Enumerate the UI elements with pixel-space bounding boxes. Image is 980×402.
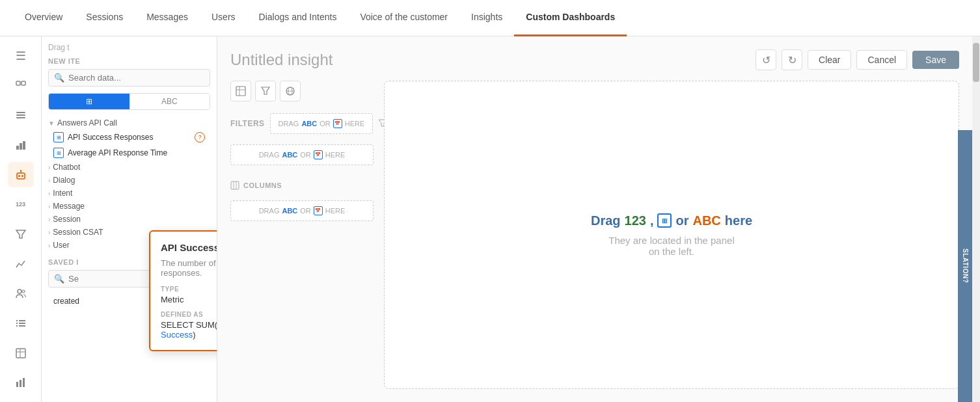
category-message[interactable]: › Message bbox=[48, 200, 210, 213]
tab-row: ⊞ ABC bbox=[48, 93, 210, 110]
cancel-button[interactable]: Cancel bbox=[856, 50, 907, 70]
columns-label: COLUMNS bbox=[243, 181, 282, 189]
rows-drag-zone[interactable]: DRAG ABC OR 📅 HERE bbox=[230, 144, 374, 165]
svg-point-10 bbox=[21, 175, 23, 177]
svg-rect-22 bbox=[16, 349, 25, 358]
scrollbar-thumb[interactable] bbox=[973, 43, 979, 82]
menu-icon[interactable]: ☰ bbox=[8, 43, 34, 69]
chart-bar-icon[interactable] bbox=[8, 132, 34, 158]
category-chatbot[interactable]: › Chatbot bbox=[48, 161, 210, 174]
users-icon[interactable] bbox=[8, 280, 34, 306]
drop-or-text: or bbox=[675, 213, 688, 228]
drop-comma: , bbox=[650, 213, 654, 228]
average-api-response-item[interactable]: ⊞ Average API Response Time bbox=[48, 145, 210, 161]
svg-rect-8 bbox=[17, 173, 25, 179]
chart-type-table-icon[interactable] bbox=[230, 81, 251, 101]
svg-point-14 bbox=[18, 289, 21, 293]
svg-rect-18 bbox=[16, 323, 18, 324]
category-intent[interactable]: › Intent bbox=[48, 187, 210, 200]
svg-rect-21 bbox=[19, 325, 25, 327]
tooltip-type-value: Metric bbox=[161, 295, 217, 304]
drag-label: Drag t bbox=[48, 43, 210, 52]
here-text-cols: HERE bbox=[325, 207, 346, 215]
main-drop-area[interactable]: Drag 123 , ⊞ or ABC here They are locate… bbox=[384, 81, 959, 389]
columns-drag-zone[interactable]: DRAG ABC OR 📅 HERE bbox=[230, 200, 374, 221]
svg-rect-1 bbox=[21, 81, 25, 85]
clear-button[interactable]: Clear bbox=[808, 50, 851, 70]
tab-messages[interactable]: Messages bbox=[135, 0, 200, 36]
metric-icon-api-success: ⊞ bbox=[53, 132, 64, 142]
drop-main-text: Drag 123 , ⊞ or ABC here bbox=[591, 213, 752, 228]
chevron-down-icon: ▼ bbox=[48, 120, 55, 127]
chevron-right-icon-session: › bbox=[48, 216, 50, 223]
help-icon-api-success[interactable]: ? bbox=[195, 132, 205, 142]
chart-type-funnel-icon[interactable] bbox=[255, 81, 276, 101]
svg-point-15 bbox=[22, 290, 25, 293]
tab-custom-dashboards[interactable]: Custom Dashboards bbox=[514, 0, 627, 36]
metric-icon-avg-api: ⊞ bbox=[53, 148, 64, 158]
or-text-rows: OR bbox=[300, 151, 311, 159]
here-text-rows: HERE bbox=[325, 151, 346, 159]
chart-type-geo-icon[interactable] bbox=[280, 81, 301, 101]
svg-point-9 bbox=[18, 175, 20, 177]
svg-rect-20 bbox=[16, 325, 18, 327]
tab-users[interactable]: Users bbox=[200, 0, 247, 36]
tab-sessions[interactable]: Sessions bbox=[74, 0, 135, 36]
insight-title[interactable]: Untitled insight bbox=[230, 51, 750, 69]
translation-sidebar[interactable]: SLATION? bbox=[958, 130, 972, 402]
number-123-icon[interactable]: 123 bbox=[8, 191, 34, 217]
svg-rect-0 bbox=[16, 81, 20, 85]
calendar-icon-filters: 📅 bbox=[333, 119, 342, 128]
abc-label-cols: ABC bbox=[282, 207, 297, 215]
drop-metric-icon: ⊞ bbox=[657, 213, 672, 228]
list-icon[interactable] bbox=[8, 310, 34, 336]
analytics-icon[interactable] bbox=[8, 251, 34, 277]
tooltip-title: API Success Responses bbox=[161, 242, 217, 253]
search-input[interactable] bbox=[68, 73, 204, 83]
table-icon[interactable] bbox=[8, 340, 34, 366]
chart-type-row bbox=[230, 81, 374, 101]
tab-overview[interactable]: Overview bbox=[13, 0, 74, 36]
chevron-right-icon-dialog: › bbox=[48, 177, 50, 184]
funnel-icon[interactable] bbox=[8, 221, 34, 247]
svg-rect-25 bbox=[16, 382, 18, 387]
saved-search-icon: 🔍 bbox=[54, 274, 64, 284]
list-panel-icon[interactable] bbox=[8, 102, 34, 128]
svg-rect-16 bbox=[16, 320, 18, 321]
category-dialog[interactable]: › Dialog bbox=[48, 174, 210, 187]
svg-rect-28 bbox=[236, 87, 245, 96]
calendar-icon-cols: 📅 bbox=[314, 206, 323, 215]
api-success-responses-item[interactable]: ⊞ API Success Responses ? bbox=[48, 129, 210, 145]
new-items-label: NEW ITE bbox=[48, 57, 210, 65]
category-answers-api[interactable]: ▼ Answers API Call bbox=[48, 116, 210, 129]
bot-icon[interactable] bbox=[8, 162, 34, 188]
chevron-right-icon-chatbot: › bbox=[48, 164, 50, 171]
category-session[interactable]: › Session bbox=[48, 213, 210, 226]
save-button[interactable]: Save bbox=[912, 51, 959, 69]
left-config-column: FILTERS DRAG ABC OR 📅 HERE DRAG bbox=[230, 81, 374, 389]
or-text-filters: OR bbox=[320, 120, 331, 127]
drop-123-label: 123 bbox=[625, 213, 646, 228]
plugin-icon[interactable] bbox=[8, 73, 34, 99]
tab-numeric[interactable]: ⊞ bbox=[49, 94, 129, 109]
columns-section-label: COLUMNS bbox=[230, 181, 374, 190]
config-area: FILTERS DRAG ABC OR 📅 HERE DRAG bbox=[230, 81, 959, 389]
tab-voice-customer[interactable]: Voice of the customer bbox=[348, 0, 459, 36]
undo-button[interactable]: ↺ bbox=[755, 49, 776, 70]
tooltip-defined-as-label: DEFINED AS bbox=[161, 311, 217, 318]
redo-button[interactable]: ↻ bbox=[782, 49, 802, 70]
svg-marker-13 bbox=[16, 230, 25, 238]
chevron-right-icon-user: › bbox=[48, 242, 50, 249]
tab-dialogs-intents[interactable]: Dialogs and Intents bbox=[247, 0, 349, 36]
drop-here-text: here bbox=[725, 213, 752, 228]
top-navigation: Overview Sessions Messages Users Dialogs… bbox=[0, 0, 980, 36]
search-icon: 🔍 bbox=[54, 73, 64, 83]
drop-drag-text: Drag bbox=[591, 213, 621, 228]
tab-abc[interactable]: ABC bbox=[129, 94, 210, 109]
scrollbar-area bbox=[972, 36, 980, 402]
chevron-right-icon-csat: › bbox=[48, 229, 50, 236]
filters-drag-zone[interactable]: DRAG ABC OR 📅 HERE bbox=[270, 113, 374, 134]
chart2-icon[interactable] bbox=[8, 369, 34, 395]
tab-insights[interactable]: Insights bbox=[459, 0, 514, 36]
svg-rect-4 bbox=[16, 117, 25, 118]
